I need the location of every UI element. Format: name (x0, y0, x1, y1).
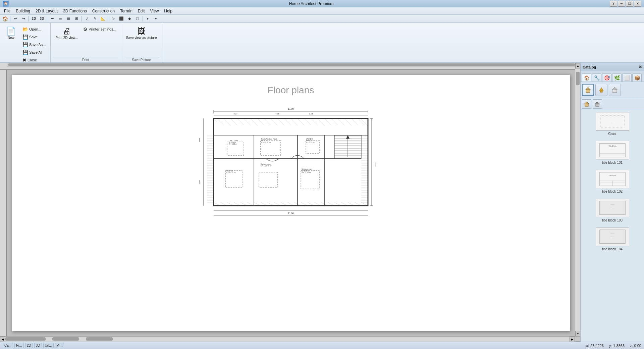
save-as-icon: 💾 (22, 42, 28, 47)
catalog-item-granl[interactable]: ... Granl (583, 112, 642, 136)
hscroll-left-btn[interactable]: ◀ (0, 337, 5, 342)
hscroll-section3[interactable] (86, 337, 113, 341)
ribbon-spacer (162, 23, 644, 62)
3d-view-btn[interactable]: 3D (38, 15, 46, 22)
2d-view-btn[interactable]: 2D (30, 15, 38, 22)
undo-btn[interactable]: ↩ (12, 15, 19, 22)
catalog-tab-4[interactable]: ⬜ (622, 73, 632, 82)
cat-subtab-house[interactable] (582, 84, 594, 96)
printer-settings-button[interactable]: ⚙ Printer settings... (82, 26, 118, 33)
menu-terrain[interactable]: Terrain (117, 8, 135, 14)
line-btn[interactable]: ━ (49, 15, 56, 22)
more-btn[interactable]: ▾ (152, 15, 160, 22)
catalog-tab-1[interactable]: 🔧 (592, 73, 601, 82)
resize-btn[interactable]: ⤢ (83, 15, 91, 22)
hscroll-section2[interactable] (52, 337, 79, 341)
vscroll-down-btn[interactable]: ▼ (575, 331, 580, 336)
ribbon-print-items: 🖨 Print 2D view... ⚙ Printer settings... (53, 24, 118, 57)
catalog-item-101[interactable]: Title Block --------- title block 101 (583, 141, 642, 164)
menu-edit[interactable]: Edit (135, 8, 148, 14)
status-icon-un[interactable]: Un... (43, 343, 54, 348)
restore-btn[interactable]: ❒ (626, 1, 633, 7)
diamond-btn[interactable]: ◆ (126, 15, 133, 22)
x-label: x: (586, 344, 589, 348)
svg-rect-16 (214, 118, 368, 135)
ribbon: 📄 New 📂 Open... 💾 Save 💾 Save As... 💾 (0, 23, 644, 63)
svg-line-32 (311, 118, 318, 125)
main-drawing-area[interactable]: Floor plans 11.00 (7, 70, 575, 336)
vscrollbar[interactable]: ▲ ▼ (575, 63, 580, 336)
catalog-item-label-granl: Granl (608, 132, 616, 136)
canvas-area[interactable]: Floor plans 11.00 (0, 63, 580, 342)
hscrollbar[interactable]: ◀ ▶ (0, 336, 575, 342)
cat-icon-1[interactable] (582, 99, 591, 109)
save-button[interactable]: 💾 Save (21, 33, 48, 41)
catalog-tab-5[interactable]: 📦 (632, 73, 642, 82)
cat-icon-2[interactable] (593, 99, 602, 109)
catalog-item-label-101: title block 101 (602, 161, 623, 164)
svg-marker-203 (612, 87, 618, 90)
app-title: Home Architect Premium (13, 1, 610, 6)
measure-btn[interactable]: 📐 (99, 15, 107, 22)
status-icon-2d[interactable]: 2D (25, 343, 33, 348)
catalog-tab-3[interactable]: 🌿 (612, 73, 622, 82)
menu-help[interactable]: Help (161, 8, 175, 14)
print-2d-button[interactable]: 🖨 Print 2D view... (53, 26, 80, 41)
menu-building[interactable]: Building (13, 8, 33, 14)
status-y: y: 1.8863 (609, 344, 625, 348)
hscroll-right-btn[interactable]: ▶ (570, 337, 575, 342)
new-button[interactable]: 📄 New (3, 26, 19, 41)
canvas-hscroll-top[interactable] (7, 63, 575, 66)
vscroll-track (575, 68, 580, 331)
status-icon-pr[interactable]: Pr... (14, 343, 24, 348)
close-button[interactable]: ✖ Close (21, 56, 48, 64)
rect-btn[interactable]: ⬛ (118, 15, 125, 22)
minimize-btn[interactable]: ─ (618, 1, 625, 7)
catalog-item-102[interactable]: Title Block title block 102 (583, 170, 642, 193)
print-icon: 🖨 (63, 27, 71, 35)
status-icon-3d[interactable]: 3D (34, 343, 42, 348)
svg-rect-2 (0, 70, 7, 336)
wall-btn[interactable]: ☰ (65, 15, 72, 22)
svg-text:Title Block: Title Block (608, 145, 616, 147)
grid-btn[interactable]: ⊞ (73, 15, 80, 22)
status-icon-pr2[interactable]: Pr... (55, 343, 64, 348)
vscroll-thumb[interactable] (576, 72, 580, 85)
menu-construction[interactable]: Construction (90, 8, 117, 14)
catalog-item-104[interactable]: — — — — title block 104 (583, 228, 642, 251)
svg-text:2.11: 2.11 (309, 113, 313, 115)
menu-file[interactable]: File (1, 8, 13, 14)
polygon-btn[interactable]: ⬡ (134, 15, 141, 22)
redo-btn[interactable]: ↪ (20, 15, 27, 22)
close-btn[interactable]: ✕ (634, 1, 641, 7)
hscroll-section1[interactable] (5, 337, 46, 341)
arrow-btn[interactable]: ▸ (144, 15, 152, 22)
menu-2d-layout[interactable]: 2D & Layout (33, 8, 60, 14)
save-as-button[interactable]: 💾 Save As... (21, 41, 48, 48)
cat-subtab-arrow[interactable] (595, 84, 607, 96)
svg-line-33 (318, 118, 324, 125)
menu-3d-functions[interactable]: 3D Functions (60, 8, 90, 14)
save-icon: 💾 (22, 34, 28, 40)
save-all-button[interactable]: 💾 Save All (21, 49, 48, 56)
catalog-close-icon[interactable]: ✕ (639, 65, 642, 69)
catalog-tab-0[interactable]: 🏠 (582, 73, 591, 82)
vscroll-up-btn[interactable]: ▲ (575, 63, 580, 68)
catalog-item-103[interactable]: — — — — title block 103 (583, 199, 642, 222)
catalog-scroll-area[interactable]: ... Granl Title Block --------- title b (581, 110, 644, 342)
save-view-as-picture-button[interactable]: 🖼 Save view as picture (124, 26, 159, 41)
svg-line-37 (344, 118, 351, 125)
open-button[interactable]: 📂 Open... (21, 26, 48, 33)
svg-line-31 (304, 118, 311, 125)
menu-bar: File Building 2D & Layout 3D Functions C… (0, 7, 644, 15)
help-btn[interactable]: ? (610, 1, 617, 7)
menu-view[interactable]: View (148, 8, 162, 14)
double-line-btn[interactable]: ═ (57, 15, 64, 22)
status-icon-catalog[interactable]: Ca... (3, 343, 13, 348)
catalog-tab-2[interactable]: 🎯 (602, 73, 611, 82)
cat-subtab-house2[interactable] (609, 84, 621, 96)
ribbon-group-general: 📄 New 📂 Open... 💾 Save 💾 Save As... 💾 (0, 23, 51, 62)
hscroll-top-thumb[interactable] (8, 63, 575, 66)
play-btn[interactable]: ▷ (110, 15, 117, 22)
draw-btn[interactable]: ✎ (91, 15, 99, 22)
